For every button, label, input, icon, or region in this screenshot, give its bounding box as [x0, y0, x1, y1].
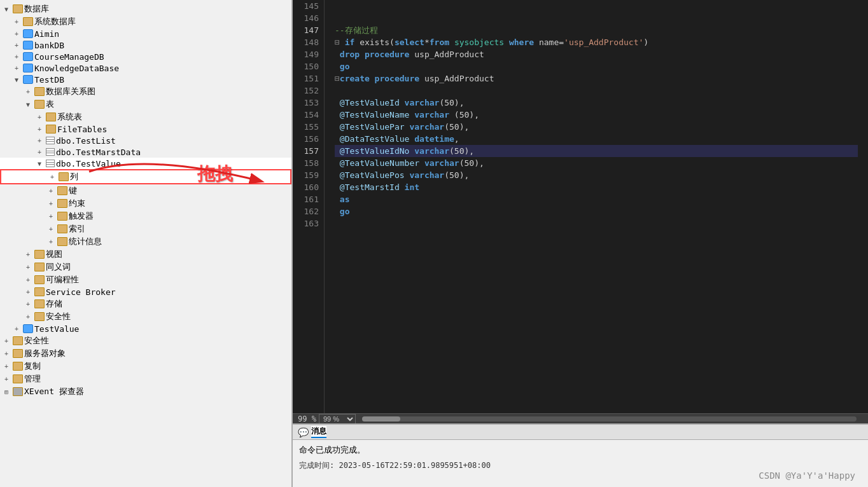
tree-server-objects[interactable]: + 服务器对象	[0, 347, 291, 360]
right-panel: 145 146 147 148 149 150 151 152 153 154 …	[293, 0, 868, 487]
tree-security-top[interactable]: + 安全性	[0, 334, 291, 347]
code-line-145	[335, 0, 858, 12]
tree-testlist[interactable]: + dbo.TestList	[0, 135, 291, 146]
tree-aimin[interactable]: + Aimin	[0, 28, 291, 39]
tree-sys-tables[interactable]: + 系统表	[0, 111, 291, 123]
expand-replication[interactable]: +	[1, 361, 11, 371]
tree-xevent[interactable]: ⊞ XEvent 探查器	[0, 385, 291, 398]
paren-155: (50),	[444, 121, 469, 133]
tree-service-broker[interactable]: + Service Broker	[0, 286, 291, 298]
comma-156: ,	[454, 133, 459, 145]
tree-root-databases[interactable]: ▼ 数据库	[0, 3, 291, 15]
expand-triggers[interactable]: +	[46, 211, 56, 221]
expand-service-broker[interactable]: +	[23, 287, 33, 297]
service-broker-label: Service Broker	[46, 287, 116, 297]
tree-coursemanage[interactable]: + CourseManageDB	[0, 51, 291, 62]
expand-filetables[interactable]: +	[34, 124, 45, 134]
expand-testvalue-db[interactable]: +	[11, 324, 22, 334]
tree-replication[interactable]: + 复制	[0, 360, 291, 373]
object-explorer[interactable]: ▼ 数据库 + 系统数据库 + Aimin + bankDB + CourseM…	[0, 0, 293, 487]
minus-148: ⊟	[335, 36, 340, 48]
tree-bankdb[interactable]: + bankDB	[0, 39, 291, 51]
filetables-icon	[46, 125, 56, 134]
expand-testdb-security[interactable]: +	[23, 312, 33, 322]
zoom-dropdown[interactable]: 99 % 100 % 75 % 50 %	[319, 414, 356, 424]
tree-stats[interactable]: + 统计信息	[0, 235, 291, 248]
type-154: varchar	[414, 109, 454, 121]
tree-testdb[interactable]: ▼ TestDB	[0, 74, 291, 85]
type-155: varchar	[409, 121, 444, 133]
horizontal-scrollbar[interactable]	[362, 416, 857, 422]
tree-synonyms[interactable]: + 同义词	[0, 261, 291, 273]
xevent-label: XEvent 探查器	[24, 386, 84, 397]
tree-constraints[interactable]: + 约束	[0, 197, 291, 210]
tree-testmarstdata[interactable]: + dbo.TestMarstData	[0, 146, 291, 158]
expand-synonyms[interactable]: +	[23, 262, 33, 272]
expand-security-top[interactable]: +	[1, 336, 11, 346]
expand-tables[interactable]: ▼	[23, 99, 33, 109]
tree-knowledge[interactable]: + KnowledgeDataBase	[0, 62, 291, 74]
tree-testdb-security[interactable]: + 安全性	[0, 310, 291, 323]
expand-knowledge[interactable]: +	[11, 63, 22, 73]
expand-sys-db[interactable]: +	[11, 17, 22, 27]
expand-cols[interactable]: +	[47, 172, 57, 182]
views-icon	[34, 250, 45, 259]
tree-management[interactable]: + 管理	[0, 373, 291, 385]
sys-db-label: 系统数据库	[34, 16, 76, 27]
expand-keys[interactable]: +	[46, 186, 56, 196]
code-line-151: ⊟ create procedure usp_AddProduct	[335, 72, 858, 85]
tree-diagrams[interactable]: + 数据库关系图	[0, 85, 291, 98]
tree-programmability[interactable]: + 可编程性	[0, 273, 291, 286]
server-objects-icon	[13, 349, 23, 358]
zoom-selector[interactable]: 99 % 99 % 100 % 75 % 50 %	[298, 414, 356, 424]
expand-stats[interactable]: +	[46, 237, 56, 247]
paren-158: (50),	[459, 157, 484, 169]
message-timestamp: 完成时间: 2023-05-16T22:59:01.9895951+08:00	[299, 460, 862, 472]
scrollbar-thumb[interactable]	[362, 416, 400, 422]
expand-testmarstdata[interactable]: +	[34, 147, 45, 157]
expand-indexes[interactable]: +	[46, 224, 56, 234]
tree-testvalue-db[interactable]: + TestValue	[0, 323, 291, 334]
tree-keys[interactable]: + 键	[0, 184, 291, 197]
expand-testlist[interactable]: +	[34, 135, 45, 146]
code-line-160: @TestMarstId int	[335, 181, 858, 193]
expand-storage[interactable]: +	[23, 299, 33, 309]
expand-databases[interactable]: ▼	[1, 4, 11, 14]
expand-xevent[interactable]: ⊞	[1, 387, 11, 397]
tree-indexes[interactable]: + 索引	[0, 223, 291, 235]
code-content[interactable]: --存储过程 ⊟ if exists( select * from sysobj…	[325, 0, 868, 413]
scrollbar-area: 99 % 99 % 100 % 75 % 50 %	[293, 413, 868, 423]
code-line-154: @TestValueName varchar (50),	[335, 109, 858, 121]
expand-testdb[interactable]: ▼	[11, 74, 22, 85]
tree-sys-db[interactable]: + 系统数据库	[0, 15, 291, 28]
expand-diagrams[interactable]: +	[23, 86, 33, 97]
tree-testvalue[interactable]: ▼ dbo.TestValue	[0, 158, 291, 169]
paren-154: (50),	[454, 109, 479, 121]
tree-filetables[interactable]: + FileTables	[0, 123, 291, 135]
expand-management[interactable]: +	[1, 374, 11, 384]
message-tab-bar: 💬 消息	[293, 425, 868, 440]
ln-151: 151	[298, 72, 319, 85]
tree-tables[interactable]: ▼ 表	[0, 98, 291, 111]
ln-150: 150	[298, 60, 319, 72]
tree-storage[interactable]: + 存储	[0, 298, 291, 310]
message-tab-label[interactable]: 消息	[311, 426, 326, 438]
expand-constraints[interactable]: +	[46, 198, 56, 209]
code-line-155: @TestValuePar varchar (50),	[335, 121, 858, 133]
type-158: varchar	[424, 157, 459, 169]
expand-coursemanage[interactable]: +	[11, 51, 22, 62]
expand-sys-tables[interactable]: +	[34, 112, 45, 122]
indexes-label: 索引	[69, 223, 85, 235]
expand-programmability[interactable]: +	[23, 275, 33, 285]
expand-bankdb[interactable]: +	[11, 40, 22, 50]
expand-aimin[interactable]: +	[11, 29, 22, 39]
tree-triggers[interactable]: + 触发器	[0, 210, 291, 223]
expand-testvalue[interactable]: ▼	[34, 158, 45, 168]
code-editor[interactable]: 145 146 147 148 149 150 151 152 153 154 …	[293, 0, 868, 413]
expand-views[interactable]: +	[23, 249, 33, 259]
tree-views[interactable]: + 视图	[0, 248, 291, 261]
tree-cols[interactable]: + 列	[0, 169, 291, 184]
expand-server-objects[interactable]: +	[1, 348, 11, 359]
ln-157: 157	[298, 145, 319, 157]
server-objects-label: 服务器对象	[24, 348, 66, 359]
